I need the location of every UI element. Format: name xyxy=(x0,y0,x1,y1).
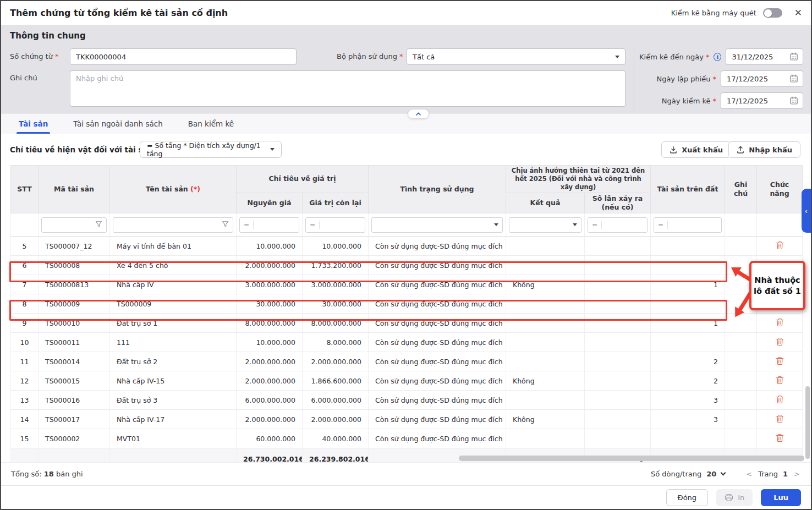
col-header-land: Tài sản trên đất xyxy=(651,166,725,213)
chevron-up-icon xyxy=(416,112,421,117)
save-button[interactable]: Lưu xyxy=(761,489,801,506)
export-button[interactable]: Xuất khẩu xyxy=(661,141,731,158)
delete-row-button[interactable] xyxy=(773,394,786,407)
col-group-disaster: Chịu ảnh hưởng thiên tai từ 2021 đến hết… xyxy=(506,166,651,193)
table-row: 7 TS00000813 Nhà cấp IV 3.000.000.000 3.… xyxy=(11,275,803,294)
trash-icon xyxy=(776,241,784,250)
list-footer: Tổng số: 18 bản ghi Số dòng/trang 20 < T… xyxy=(1,462,811,485)
col-group-value: Chỉ tiêu về giá trị xyxy=(237,166,369,193)
table-row: 10 TS000011 111 10.000.000 8.000.000 Còn… xyxy=(11,333,803,352)
info-icon[interactable]: i xyxy=(714,53,721,61)
department-select[interactable]: Tất cả xyxy=(407,48,626,65)
col-header-result: Kết quả xyxy=(506,193,585,213)
filter-result-select[interactable] xyxy=(509,217,581,233)
modal-header: Thêm chứng từ tổng kiểm kê tài sản cố đị… xyxy=(1,1,811,25)
trash-icon xyxy=(776,318,784,327)
chevron-left-icon: ‹ xyxy=(805,207,808,215)
filter-code-input[interactable] xyxy=(41,217,107,233)
page-number: 1 xyxy=(783,470,788,478)
next-page-button[interactable]: > xyxy=(793,470,801,478)
filter-status-select[interactable] xyxy=(371,217,503,233)
tab-bar: Tài sản Tài sản ngoài danh sách Ban kiểm… xyxy=(1,113,811,134)
close-button[interactable]: Đóng xyxy=(666,489,709,506)
funnel-icon xyxy=(222,221,229,228)
tab-tai-san-ngoai-danh-sach[interactable]: Tài sản ngoài danh sách xyxy=(73,114,162,134)
page-title: Thêm chứng từ tổng kiểm kê tài sản cố đị… xyxy=(10,8,228,18)
trash-icon xyxy=(776,357,784,365)
table-row: 12 TS000015 Nhà cấp IV-15 2.000.000.000 … xyxy=(11,371,803,391)
trash-icon xyxy=(776,395,784,404)
col-header-cost: Nguyên giá xyxy=(237,193,303,213)
note-textarea[interactable] xyxy=(70,70,626,107)
inventory-date-input[interactable]: 17/12/2025 xyxy=(721,92,803,109)
delete-row-button[interactable] xyxy=(773,317,786,330)
import-button[interactable]: Nhập khẩu xyxy=(728,141,800,158)
delete-row-button[interactable] xyxy=(773,336,786,349)
inventory-modal: Thêm chứng từ tổng kiểm kê tài sản cố đị… xyxy=(0,0,812,510)
department-label: Bộ phận sử dụng* xyxy=(337,52,403,61)
toggle-knob xyxy=(764,9,772,17)
tab-ban-kiem-ke[interactable]: Ban kiểm kê xyxy=(188,114,234,134)
filter-cost-input[interactable]: = xyxy=(239,217,299,233)
calendar-icon xyxy=(789,74,798,83)
inventory-to-date-input[interactable]: 31/12/2025 xyxy=(726,48,803,65)
table-body: 5 TS000007_12 Máy vi tính để bàn 01 10.0… xyxy=(11,237,803,448)
chevron-down-icon xyxy=(573,223,577,226)
trash-icon xyxy=(776,337,784,346)
created-date-input[interactable]: 17/12/2025 xyxy=(721,70,803,87)
action-bar: Đóng In Lưu xyxy=(1,485,811,509)
calendar-icon xyxy=(789,96,798,105)
col-header-status: Tình trạng sử dụng xyxy=(369,166,506,213)
printer-icon xyxy=(725,493,733,502)
col-header-note: Ghi chú xyxy=(725,166,757,213)
filter-stt-cell xyxy=(11,213,39,237)
filter-land-input[interactable]: = xyxy=(654,217,722,233)
page-label: Trang xyxy=(758,470,778,478)
delete-row-button[interactable] xyxy=(773,432,786,445)
scan-toggle-label: Kiểm kê bằng máy quét xyxy=(671,9,756,17)
delete-row-button[interactable] xyxy=(773,240,786,253)
chevron-down-icon xyxy=(615,56,619,58)
document-number-label: Số chứng từ* xyxy=(10,52,58,61)
chevron-down-icon xyxy=(270,148,275,151)
scan-toggle[interactable] xyxy=(763,8,782,18)
rows-per-page-value[interactable]: 20 xyxy=(706,470,716,478)
trash-icon xyxy=(776,376,784,385)
filter-name-input[interactable] xyxy=(113,217,233,233)
delete-row-button[interactable] xyxy=(773,355,786,368)
table-row: 5 TS000007_12 Máy vi tính để bàn 01 10.0… xyxy=(11,237,803,256)
table-toolbar: Chỉ tiêu về hiện vật đối với tài sản Nhà… xyxy=(1,134,811,165)
close-icon[interactable]: ✕ xyxy=(794,8,802,18)
vertical-scrollbar[interactable] xyxy=(805,386,810,459)
inventory-to-date-label: Kiểm kê đến ngày* xyxy=(639,53,709,61)
horizontal-scrollbar[interactable] xyxy=(459,456,804,461)
collapse-form-button[interactable] xyxy=(408,109,429,118)
chevron-down-icon xyxy=(494,223,498,226)
filter-remaining-input[interactable]: = xyxy=(305,217,365,233)
rows-per-page-label: Số dòng/trang xyxy=(651,470,701,478)
print-button[interactable]: In xyxy=(716,489,753,506)
funnel-icon xyxy=(95,221,102,228)
filter-times-input[interactable]: = xyxy=(588,217,648,233)
prev-page-button[interactable]: < xyxy=(745,470,753,478)
delete-row-button[interactable] xyxy=(773,413,786,426)
delete-row-button[interactable] xyxy=(773,375,786,387)
annotation-callout: Nhà thuộc lô đất số 1 xyxy=(749,261,805,310)
table-row: 8 TS000009 TS000009 30.000.000 30.000.00… xyxy=(11,294,803,314)
table-row: 11 TS000014 Đất trụ sở 2 2.000.000.000 2… xyxy=(11,352,803,371)
table-row: 13 TS000016 Đất trụ sở 3 6.000.000.000 6… xyxy=(11,391,803,410)
tab-tai-san[interactable]: Tài sản xyxy=(19,114,48,134)
trash-icon xyxy=(776,414,784,423)
download-icon xyxy=(670,146,677,153)
general-info-section: Thông tin chung Số chứng từ* Bộ phận sử … xyxy=(1,25,811,113)
col-header-code: Mã tài sản xyxy=(39,166,110,213)
document-number-input[interactable] xyxy=(70,48,297,65)
filter-actions-cell xyxy=(757,213,803,237)
side-panel-toggle[interactable]: ‹ xyxy=(802,189,811,233)
calendar-icon xyxy=(789,52,798,61)
record-count: Tổng số: 18 bản ghi xyxy=(11,470,83,478)
form-divider xyxy=(634,47,634,121)
section-title: Thông tin chung xyxy=(10,31,86,41)
formula-select[interactable]: = Số tầng * Diện tích xây dựng/1 tầng xyxy=(140,141,282,158)
chevron-down-icon[interactable] xyxy=(721,470,726,476)
